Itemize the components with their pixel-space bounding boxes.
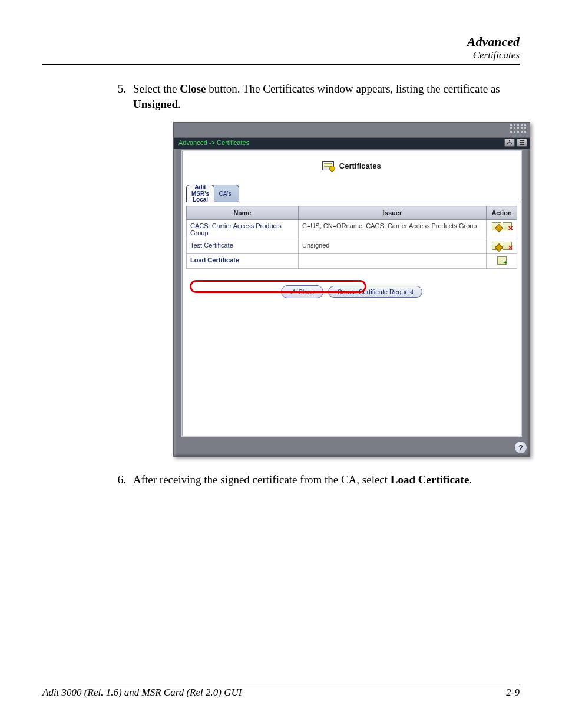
grip-dots-icon [510, 124, 526, 133]
svg-rect-3 [520, 140, 524, 141]
step-5-mid: button. The Certificates window appears,… [206, 83, 500, 95]
edit-icon[interactable] [492, 222, 501, 230]
button-row: ✔ Close Create Certificate Request [183, 269, 521, 298]
tabs: Adit MSR's Local CA's [186, 185, 521, 202]
certificates-window: Advanced -> Certificates Certificates Ad… [173, 122, 530, 457]
step-6-post: . [469, 473, 472, 486]
svg-rect-4 [520, 142, 524, 143]
table-row: CACS: Carrier Access Products Group C=US… [187, 220, 517, 239]
page-footer: Adit 3000 (Rel. 1.6) and MSR Card (Rel 2… [42, 684, 520, 699]
edit-icon[interactable] [492, 242, 501, 250]
table-header-row: Name Issuer Action [187, 206, 517, 220]
svg-rect-1 [507, 143, 508, 144]
step-5-number: 5. [106, 81, 133, 97]
col-issuer: Issuer [299, 206, 487, 220]
window-chrome-top [174, 123, 530, 138]
col-action: Action [487, 206, 517, 220]
footer-page-number: 2-9 [506, 687, 520, 699]
page-title: Certificates [339, 162, 381, 170]
step-5-text: Select the Close button. The Certificate… [133, 81, 520, 111]
step-5-bold-unsigned: Unsigned [133, 98, 178, 110]
cert-actions [487, 239, 517, 254]
footer-left: Adit 3000 (Rel. 1.6) and MSR Card (Rel 2… [42, 687, 242, 699]
cert-issuer: C=US, CN=ORname_CACS: Carrier Access Pro… [299, 220, 487, 239]
cert-issuer: Unsigned [299, 239, 487, 254]
running-header-subtitle: Certificates [42, 50, 520, 61]
sitemap-icon[interactable] [504, 139, 515, 147]
step-6-bold-load: Load Certificate [391, 473, 469, 486]
delete-icon[interactable] [503, 242, 512, 250]
running-header-title: Advanced [42, 34, 520, 50]
cert-actions [487, 254, 517, 269]
load-certificate-link[interactable]: Load Certificate [187, 254, 299, 269]
breadcrumb: Advanced -> Certificates [178, 139, 249, 146]
check-icon: ✔ [290, 288, 296, 296]
cert-actions [487, 220, 517, 239]
table-row: Load Certificate [187, 254, 517, 269]
step-6-text: After receiving the signed certificate f… [133, 472, 520, 487]
step-5-bold-close: Close [180, 83, 206, 95]
svg-rect-5 [520, 144, 524, 145]
create-certificate-request-button[interactable]: Create Certificate Request [328, 286, 422, 298]
col-name: Name [187, 206, 299, 220]
step-6: 6. After receiving the signed certificat… [106, 472, 520, 487]
cert-name[interactable]: CACS: Carrier Access Products Group [187, 220, 299, 239]
close-button-label: Close [298, 288, 315, 295]
certificates-table: Name Issuer Action CACS: Carrier Access … [186, 206, 517, 269]
step-5: 5. Select the Close button. The Certific… [106, 81, 520, 111]
step-5-post: . [178, 98, 181, 110]
certificate-icon [322, 161, 334, 170]
step-6-number: 6. [106, 472, 133, 487]
list-icon[interactable] [517, 139, 527, 147]
svg-rect-0 [509, 140, 510, 141]
table-row: Test Certificate Unsigned [187, 239, 517, 254]
svg-rect-2 [511, 143, 512, 144]
tab-cas[interactable]: CA's [211, 185, 239, 202]
close-button[interactable]: ✔ Close [281, 285, 323, 298]
load-icon[interactable] [497, 256, 507, 265]
delete-icon[interactable] [503, 222, 512, 230]
step-5-pre: Select the [133, 83, 180, 95]
breadcrumb-bar: Advanced -> Certificates [174, 138, 530, 149]
cert-name[interactable]: Test Certificate [187, 239, 299, 254]
create-cert-button-label: Create Certificate Request [337, 288, 414, 295]
help-button[interactable]: ? [514, 441, 527, 454]
header-rule [42, 64, 520, 65]
content-frame: Certificates Adit MSR's Local CA's Name … [182, 151, 521, 436]
cert-issuer [299, 254, 487, 269]
step-6-pre: After receiving the signed certificate f… [133, 473, 391, 486]
footer-rule [42, 684, 520, 684]
tab-adit-msr-local[interactable]: Adit MSR's Local [186, 185, 214, 202]
